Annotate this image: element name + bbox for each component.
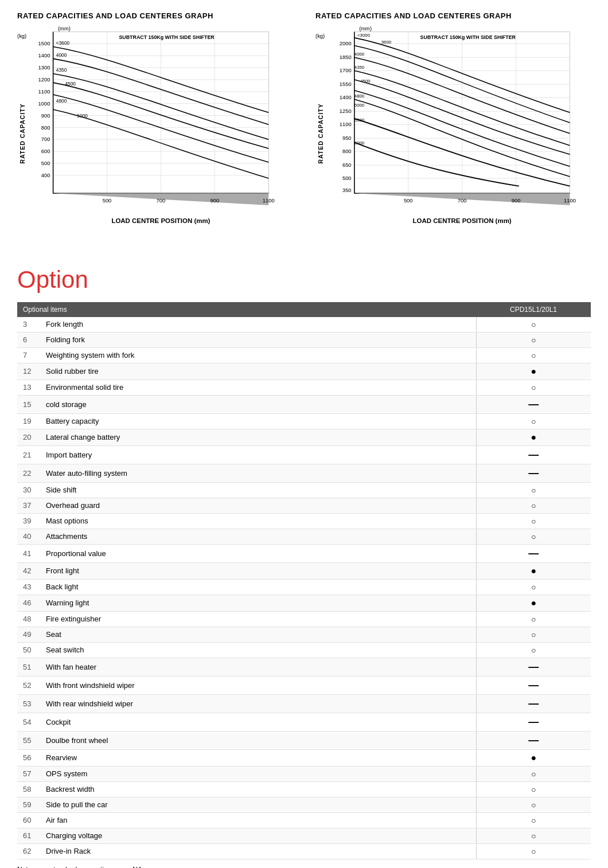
table-row: 30Side shift○ [17,482,591,498]
svg-text:500: 500 [342,175,352,181]
row-item-value: ○ [476,812,591,828]
row-number: 52 [17,676,40,694]
table-row: 54Cockpit— [17,713,591,731]
row-item-value: — [476,464,591,482]
table-row: 48Fire extinguisher○ [17,611,591,627]
row-item-name: Back light [40,579,476,595]
svg-text:900: 900 [211,197,220,204]
row-item-value: — [476,544,591,562]
svg-text:4500: 4500 [65,81,76,87]
row-item-value: ○ [476,579,591,595]
note: Note: ● standard ○ option — NA [17,864,591,868]
svg-text:1000: 1000 [38,100,50,107]
row-number: 51 [17,658,40,676]
row-number: 57 [17,766,40,781]
svg-text:SUBTRACT 150Kg WITH SIDE SHIFT: SUBTRACT 150Kg WITH SIDE SHIFTER [119,34,215,40]
svg-text:RATED CAPACITY: RATED CAPACITY [20,103,26,163]
row-item-name: Proportional value [40,544,476,562]
table-row: 21Import battery— [17,445,591,464]
row-item-value: ○ [476,482,591,498]
row-item-name: Seat [40,627,476,642]
svg-text:6000: 6000 [354,140,365,146]
row-item-value: — [476,694,591,713]
row-item-value: ○ [476,781,591,797]
row-item-value: ○ [476,347,591,363]
svg-text:4000: 4000 [56,52,67,58]
row-item-name: Fork length [40,317,476,333]
chart-1: RATED CAPACITIES AND LOAD CENTERES GRAPH [17,11,293,243]
row-number: 37 [17,498,40,513]
options-table: Optional items CPD15L1/20L1 3Fork length… [17,302,591,859]
note-circle: ○ option [85,865,111,868]
svg-text:700: 700 [41,136,50,142]
option-title: Option [17,266,591,294]
svg-text:2000: 2000 [340,40,352,46]
row-number: 19 [17,413,40,429]
option-section: Option Optional items CPD15L1/20L1 3Fork… [17,266,591,868]
row-item-name: Mast options [40,513,476,529]
svg-text:4500: 4500 [360,79,371,84]
table-row: 46Warning light● [17,595,591,611]
row-item-name: Solid rubber tire [40,363,476,380]
svg-text:400: 400 [41,172,50,178]
row-number: 39 [17,513,40,529]
svg-text:<3000: <3000 [357,33,371,38]
charts-section: RATED CAPACITIES AND LOAD CENTERES GRAPH [17,11,591,243]
table-row: 22Water auto-filling system— [17,464,591,482]
row-item-name: With fan heater [40,658,476,676]
table-row: 13Environmental solid tire○ [17,380,591,395]
svg-text:3600: 3600 [381,40,392,45]
row-number: 3 [17,317,40,333]
svg-text:4800: 4800 [354,93,365,99]
col-items-header: Optional items [17,302,476,317]
table-row: 15cold storage— [17,395,591,413]
table-row: 6Folding fork○ [17,332,591,347]
svg-text:900: 900 [41,112,50,119]
row-number: 20 [17,429,40,445]
svg-text:(kg): (kg) [315,33,325,39]
svg-text:1200: 1200 [38,76,50,83]
svg-text:(kg): (kg) [17,33,26,39]
row-item-value: ● [476,595,591,611]
row-number: 48 [17,611,40,627]
table-row: 57OPS system○ [17,766,591,781]
row-item-name: OPS system [40,766,476,781]
row-item-value: — [476,395,591,413]
row-number: 30 [17,482,40,498]
svg-text:1400: 1400 [38,52,50,58]
table-row: 49Seat○ [17,627,591,642]
svg-text:950: 950 [342,135,352,141]
svg-text:4350: 4350 [354,65,365,70]
svg-text:500: 500 [103,197,112,204]
svg-text:500: 500 [404,197,413,204]
row-item-name: Air fan [40,812,476,828]
row-number: 56 [17,749,40,766]
row-item-name: Cockpit [40,713,476,731]
table-row: 52With front windshield wiper— [17,676,591,694]
svg-text:1300: 1300 [38,64,50,71]
table-row: 43Back light○ [17,579,591,595]
row-item-value: ○ [476,642,591,658]
row-item-value: ● [476,363,591,380]
table-row: 41Proportional value— [17,544,591,562]
row-item-name: Fire extinguisher [40,611,476,627]
table-row: 20Lateral change battery● [17,429,591,445]
svg-text:SUBTRACT 150Kg WITH SIDE SHIFT: SUBTRACT 150Kg WITH SIDE SHIFTER [420,34,516,40]
row-item-value: ○ [476,627,591,642]
row-item-name: Warning light [40,595,476,611]
svg-text:1700: 1700 [340,67,352,73]
row-item-name: Doulbe front wheel [40,731,476,749]
row-number: 50 [17,642,40,658]
table-row: 55Doulbe front wheel— [17,731,591,749]
table-row: 58Backrest width○ [17,781,591,797]
svg-text:1400: 1400 [340,94,352,100]
row-item-value: ○ [476,513,591,529]
chart-2-svg: 2000 1850 1700 1550 1400 1250 1100 950 8… [315,26,591,241]
row-item-value: ○ [476,611,591,627]
row-number: 43 [17,579,40,595]
svg-text:1100: 1100 [38,88,50,95]
row-item-name: cold storage [40,395,476,413]
row-number: 40 [17,529,40,544]
table-row: 40Attachments○ [17,529,591,544]
row-item-value: ○ [476,797,591,812]
